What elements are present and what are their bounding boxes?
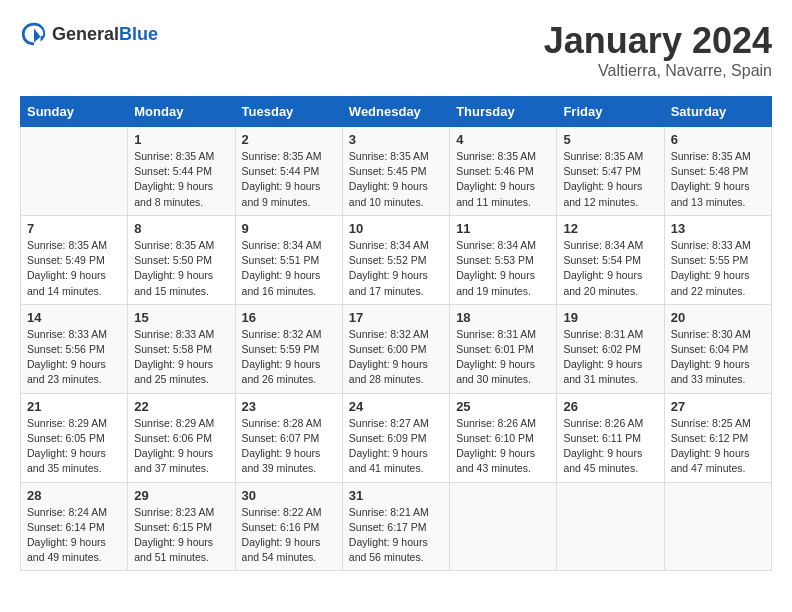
calendar-cell [664, 482, 771, 571]
day-number: 12 [563, 221, 657, 236]
header: GeneralBlue January 2024 Valtierra, Nava… [20, 20, 772, 80]
day-number: 28 [27, 488, 121, 503]
day-info: Sunrise: 8:34 AMSunset: 5:51 PMDaylight:… [242, 238, 336, 299]
calendar-cell: 1Sunrise: 8:35 AMSunset: 5:44 PMDaylight… [128, 127, 235, 216]
calendar-week-row: 28Sunrise: 8:24 AMSunset: 6:14 PMDayligh… [21, 482, 772, 571]
weekday-header: Monday [128, 97, 235, 127]
day-info: Sunrise: 8:27 AMSunset: 6:09 PMDaylight:… [349, 416, 443, 477]
day-number: 3 [349, 132, 443, 147]
calendar-cell: 3Sunrise: 8:35 AMSunset: 5:45 PMDaylight… [342, 127, 449, 216]
day-info: Sunrise: 8:26 AMSunset: 6:11 PMDaylight:… [563, 416, 657, 477]
logo-general: General [52, 24, 119, 44]
calendar-cell: 24Sunrise: 8:27 AMSunset: 6:09 PMDayligh… [342, 393, 449, 482]
day-number: 25 [456, 399, 550, 414]
calendar-cell: 12Sunrise: 8:34 AMSunset: 5:54 PMDayligh… [557, 215, 664, 304]
day-info: Sunrise: 8:26 AMSunset: 6:10 PMDaylight:… [456, 416, 550, 477]
calendar-cell: 29Sunrise: 8:23 AMSunset: 6:15 PMDayligh… [128, 482, 235, 571]
calendar-cell: 22Sunrise: 8:29 AMSunset: 6:06 PMDayligh… [128, 393, 235, 482]
logo: GeneralBlue [20, 20, 158, 48]
day-number: 21 [27, 399, 121, 414]
calendar-cell: 23Sunrise: 8:28 AMSunset: 6:07 PMDayligh… [235, 393, 342, 482]
calendar-cell: 16Sunrise: 8:32 AMSunset: 5:59 PMDayligh… [235, 304, 342, 393]
calendar-cell: 11Sunrise: 8:34 AMSunset: 5:53 PMDayligh… [450, 215, 557, 304]
month-title: January 2024 [544, 20, 772, 62]
logo-icon [20, 20, 48, 48]
day-number: 22 [134, 399, 228, 414]
logo-text: GeneralBlue [52, 24, 158, 45]
title-section: January 2024 Valtierra, Navarre, Spain [544, 20, 772, 80]
calendar-cell: 30Sunrise: 8:22 AMSunset: 6:16 PMDayligh… [235, 482, 342, 571]
day-info: Sunrise: 8:23 AMSunset: 6:15 PMDaylight:… [134, 505, 228, 566]
calendar-cell [450, 482, 557, 571]
day-info: Sunrise: 8:35 AMSunset: 5:47 PMDaylight:… [563, 149, 657, 210]
day-info: Sunrise: 8:35 AMSunset: 5:50 PMDaylight:… [134, 238, 228, 299]
day-number: 18 [456, 310, 550, 325]
day-number: 15 [134, 310, 228, 325]
day-number: 5 [563, 132, 657, 147]
day-info: Sunrise: 8:29 AMSunset: 6:05 PMDaylight:… [27, 416, 121, 477]
calendar-cell: 10Sunrise: 8:34 AMSunset: 5:52 PMDayligh… [342, 215, 449, 304]
day-number: 24 [349, 399, 443, 414]
day-number: 20 [671, 310, 765, 325]
day-info: Sunrise: 8:31 AMSunset: 6:01 PMDaylight:… [456, 327, 550, 388]
weekday-header: Wednesday [342, 97, 449, 127]
calendar-cell: 5Sunrise: 8:35 AMSunset: 5:47 PMDaylight… [557, 127, 664, 216]
day-info: Sunrise: 8:33 AMSunset: 5:58 PMDaylight:… [134, 327, 228, 388]
day-info: Sunrise: 8:35 AMSunset: 5:46 PMDaylight:… [456, 149, 550, 210]
day-number: 29 [134, 488, 228, 503]
day-number: 16 [242, 310, 336, 325]
day-info: Sunrise: 8:35 AMSunset: 5:48 PMDaylight:… [671, 149, 765, 210]
day-number: 2 [242, 132, 336, 147]
day-info: Sunrise: 8:34 AMSunset: 5:54 PMDaylight:… [563, 238, 657, 299]
weekday-header: Tuesday [235, 97, 342, 127]
day-number: 31 [349, 488, 443, 503]
calendar-cell: 14Sunrise: 8:33 AMSunset: 5:56 PMDayligh… [21, 304, 128, 393]
weekday-header: Sunday [21, 97, 128, 127]
weekday-header: Saturday [664, 97, 771, 127]
weekday-header: Friday [557, 97, 664, 127]
day-info: Sunrise: 8:33 AMSunset: 5:55 PMDaylight:… [671, 238, 765, 299]
day-number: 1 [134, 132, 228, 147]
day-number: 9 [242, 221, 336, 236]
day-info: Sunrise: 8:34 AMSunset: 5:52 PMDaylight:… [349, 238, 443, 299]
day-info: Sunrise: 8:35 AMSunset: 5:44 PMDaylight:… [242, 149, 336, 210]
day-number: 17 [349, 310, 443, 325]
day-info: Sunrise: 8:25 AMSunset: 6:12 PMDaylight:… [671, 416, 765, 477]
day-number: 7 [27, 221, 121, 236]
calendar-table: SundayMondayTuesdayWednesdayThursdayFrid… [20, 96, 772, 571]
calendar-cell: 13Sunrise: 8:33 AMSunset: 5:55 PMDayligh… [664, 215, 771, 304]
calendar-cell: 4Sunrise: 8:35 AMSunset: 5:46 PMDaylight… [450, 127, 557, 216]
calendar-cell [557, 482, 664, 571]
calendar-cell: 26Sunrise: 8:26 AMSunset: 6:11 PMDayligh… [557, 393, 664, 482]
day-info: Sunrise: 8:22 AMSunset: 6:16 PMDaylight:… [242, 505, 336, 566]
page-container: GeneralBlue January 2024 Valtierra, Nava… [20, 20, 772, 571]
calendar-cell: 7Sunrise: 8:35 AMSunset: 5:49 PMDaylight… [21, 215, 128, 304]
day-info: Sunrise: 8:29 AMSunset: 6:06 PMDaylight:… [134, 416, 228, 477]
day-number: 4 [456, 132, 550, 147]
day-info: Sunrise: 8:32 AMSunset: 5:59 PMDaylight:… [242, 327, 336, 388]
calendar-cell: 27Sunrise: 8:25 AMSunset: 6:12 PMDayligh… [664, 393, 771, 482]
calendar-cell: 15Sunrise: 8:33 AMSunset: 5:58 PMDayligh… [128, 304, 235, 393]
calendar-cell: 6Sunrise: 8:35 AMSunset: 5:48 PMDaylight… [664, 127, 771, 216]
calendar-cell: 25Sunrise: 8:26 AMSunset: 6:10 PMDayligh… [450, 393, 557, 482]
weekday-header: Thursday [450, 97, 557, 127]
day-number: 27 [671, 399, 765, 414]
calendar-cell: 19Sunrise: 8:31 AMSunset: 6:02 PMDayligh… [557, 304, 664, 393]
calendar-cell: 8Sunrise: 8:35 AMSunset: 5:50 PMDaylight… [128, 215, 235, 304]
day-info: Sunrise: 8:24 AMSunset: 6:14 PMDaylight:… [27, 505, 121, 566]
calendar-body: 1Sunrise: 8:35 AMSunset: 5:44 PMDaylight… [21, 127, 772, 571]
calendar-cell: 9Sunrise: 8:34 AMSunset: 5:51 PMDaylight… [235, 215, 342, 304]
calendar-week-row: 21Sunrise: 8:29 AMSunset: 6:05 PMDayligh… [21, 393, 772, 482]
calendar-cell: 17Sunrise: 8:32 AMSunset: 6:00 PMDayligh… [342, 304, 449, 393]
calendar-cell: 31Sunrise: 8:21 AMSunset: 6:17 PMDayligh… [342, 482, 449, 571]
calendar-week-row: 7Sunrise: 8:35 AMSunset: 5:49 PMDaylight… [21, 215, 772, 304]
day-info: Sunrise: 8:35 AMSunset: 5:45 PMDaylight:… [349, 149, 443, 210]
logo-blue: Blue [119, 24, 158, 44]
calendar-cell: 28Sunrise: 8:24 AMSunset: 6:14 PMDayligh… [21, 482, 128, 571]
location-title: Valtierra, Navarre, Spain [544, 62, 772, 80]
calendar-week-row: 14Sunrise: 8:33 AMSunset: 5:56 PMDayligh… [21, 304, 772, 393]
header-row: SundayMondayTuesdayWednesdayThursdayFrid… [21, 97, 772, 127]
day-info: Sunrise: 8:21 AMSunset: 6:17 PMDaylight:… [349, 505, 443, 566]
day-info: Sunrise: 8:32 AMSunset: 6:00 PMDaylight:… [349, 327, 443, 388]
day-number: 14 [27, 310, 121, 325]
